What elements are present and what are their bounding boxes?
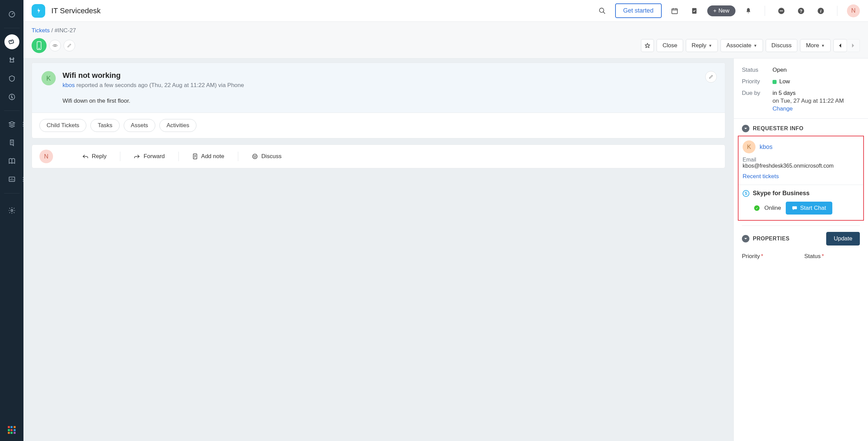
app-title: IT Servicedesk xyxy=(51,6,101,15)
new-button[interactable]: + New xyxy=(707,5,735,16)
clipboard-check-icon[interactable] xyxy=(688,4,701,18)
ticket-meta-text: reported a few seconds ago (Thu, 22 Aug … xyxy=(76,82,244,88)
requester-info-box: K kbos Email kbos@freshdesk365.onmicroso… xyxy=(738,136,864,221)
online-status-text: Online xyxy=(764,205,781,211)
ticket-card: K Wifi not working kbos reported a few s… xyxy=(32,63,725,138)
reporter-link[interactable]: kbos xyxy=(63,82,75,88)
admin-settings-icon[interactable] xyxy=(4,203,19,218)
problems-icon[interactable] xyxy=(4,53,19,68)
prev-ticket-button[interactable] xyxy=(833,39,847,52)
apps-grid-icon[interactable] xyxy=(8,426,16,434)
freshconnect-icon[interactable] xyxy=(775,4,788,18)
start-chat-button[interactable]: Start Chat xyxy=(786,202,832,215)
priority-label: Priority xyxy=(742,78,772,85)
due-by-label: Due by xyxy=(742,90,772,112)
online-status-icon: ✓ xyxy=(754,205,760,211)
left-sidebar: ⋮ ⋮ xyxy=(0,0,23,441)
user-avatar[interactable]: N xyxy=(847,4,860,17)
reply-bar: N Reply Forward Add note xyxy=(32,145,725,168)
details-sidebar: Status Open Priority Low Due by in 5 day… xyxy=(733,58,868,441)
solutions-icon[interactable] xyxy=(4,135,19,150)
discuss-action[interactable]: Discuss xyxy=(247,150,287,163)
status-field-label: Status* xyxy=(804,253,860,260)
notifications-icon[interactable] xyxy=(742,4,755,18)
due-by-date: on Tue, 27 Aug at 11:22 AM xyxy=(772,98,844,104)
cmdb-more-icon[interactable]: ⋮ xyxy=(20,121,26,128)
reports-more-icon[interactable]: ⋮ xyxy=(20,176,26,183)
edit-ticket-icon[interactable] xyxy=(705,71,717,83)
breadcrumb-root-link[interactable]: Tickets xyxy=(32,27,50,34)
knowledge-icon[interactable] xyxy=(4,154,19,169)
svg-rect-9 xyxy=(780,11,783,11)
reply-user-avatar: N xyxy=(39,150,53,163)
info-icon[interactable]: i xyxy=(814,4,828,18)
svg-point-19 xyxy=(254,156,255,156)
change-due-link[interactable]: Change xyxy=(772,105,793,112)
svg-rect-1 xyxy=(8,40,14,44)
properties-section-header[interactable]: PROPERTIES xyxy=(742,235,789,242)
watchers-icon[interactable] xyxy=(49,40,61,51)
priority-value[interactable]: Low xyxy=(772,78,790,85)
priority-dot-icon xyxy=(772,80,777,84)
ticket-description: Wifi down on the first floor. xyxy=(63,98,715,104)
requester-avatar-small: K xyxy=(41,71,56,85)
reply-dropdown-button[interactable]: Reply▼ xyxy=(686,39,718,52)
add-note-action[interactable]: Add note xyxy=(188,150,229,163)
calendar-icon[interactable] xyxy=(668,4,681,18)
releases-icon[interactable] xyxy=(4,89,19,104)
breadcrumb-ticket-id: #INC-27 xyxy=(54,27,76,34)
svg-point-20 xyxy=(255,156,256,156)
discuss-button[interactable]: Discuss xyxy=(766,39,798,52)
svg-point-16 xyxy=(54,45,56,46)
forward-action[interactable]: Forward xyxy=(129,150,169,163)
app-logo[interactable] xyxy=(32,4,45,18)
svg-point-4 xyxy=(11,209,13,211)
reports-icon[interactable] xyxy=(4,172,19,187)
tab-child-tickets[interactable]: Child Tickets xyxy=(39,119,86,132)
priority-field-label: Priority* xyxy=(742,253,798,260)
status-value[interactable]: Open xyxy=(772,67,787,73)
status-label: Status xyxy=(742,67,772,73)
svg-point-15 xyxy=(39,48,39,49)
requester-section-header[interactable]: REQUESTER INFO xyxy=(734,119,868,136)
requester-email-label: Email xyxy=(743,157,859,163)
requester-name-link[interactable]: kbos xyxy=(760,143,772,151)
svg-text:i: i xyxy=(820,8,821,13)
tab-assets[interactable]: Assets xyxy=(124,119,155,132)
svg-text:?: ? xyxy=(800,8,802,13)
chevron-down-icon xyxy=(742,125,749,132)
requester-avatar: K xyxy=(743,140,756,153)
requester-email: kbos@freshdesk365.onmicrosoft.com xyxy=(743,163,859,169)
svg-point-18 xyxy=(253,154,257,159)
top-header: IT Servicedesk Get started + New xyxy=(23,0,868,22)
plus-icon: + xyxy=(713,8,716,14)
close-button[interactable]: Close xyxy=(657,39,683,52)
source-phone-icon xyxy=(32,38,47,53)
recent-tickets-link[interactable]: Recent tickets xyxy=(743,173,859,180)
more-dropdown-button[interactable]: More▼ xyxy=(800,39,831,52)
help-icon[interactable]: ? xyxy=(794,4,808,18)
due-by-value: in 5 days xyxy=(772,90,844,97)
cmdb-icon[interactable] xyxy=(4,117,19,132)
chevron-down-icon xyxy=(742,235,749,242)
edit-subject-icon[interactable] xyxy=(64,40,75,51)
search-icon[interactable] xyxy=(595,4,609,18)
skype-label: Skype for Business xyxy=(753,190,810,197)
associate-dropdown-button[interactable]: Associate▼ xyxy=(721,39,763,52)
dashboard-icon[interactable] xyxy=(4,7,19,22)
next-ticket-button[interactable] xyxy=(847,39,860,52)
skype-icon: S xyxy=(743,190,749,197)
breadcrumb-bar: Tickets / #INC-27 Close xyxy=(23,22,868,58)
tickets-icon[interactable] xyxy=(4,34,19,49)
tab-tasks[interactable]: Tasks xyxy=(90,119,119,132)
svg-point-5 xyxy=(599,8,604,12)
get-started-button[interactable]: Get started xyxy=(615,3,662,18)
update-button[interactable]: Update xyxy=(826,232,860,245)
star-button[interactable] xyxy=(641,39,654,52)
reply-action[interactable]: Reply xyxy=(77,150,111,163)
ticket-title: Wifi not working xyxy=(63,71,715,80)
tab-activities[interactable]: Activities xyxy=(159,119,196,132)
svg-rect-6 xyxy=(672,9,677,14)
breadcrumb: Tickets / #INC-27 xyxy=(32,27,860,34)
changes-icon[interactable] xyxy=(4,71,19,86)
